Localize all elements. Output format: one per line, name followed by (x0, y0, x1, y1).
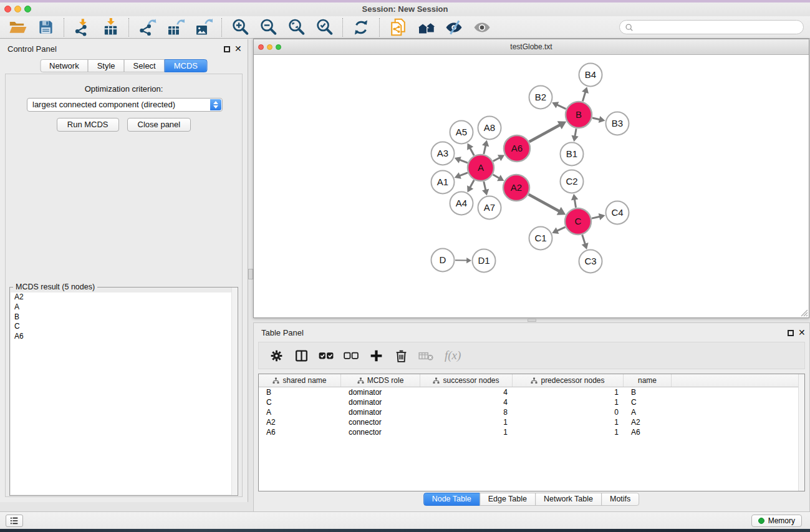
horizontal-splitter-grip[interactable] (528, 319, 536, 322)
save-session-button[interactable] (36, 17, 55, 37)
window-titlebar[interactable]: Session: New Session (0, 2, 810, 16)
zoom-in-button[interactable] (230, 17, 250, 37)
tab-mcds[interactable]: MCDS (165, 59, 207, 72)
table-cell[interactable]: 4 (420, 397, 513, 407)
column-header-MCDS-role[interactable]: MCDS role (341, 374, 420, 387)
table-cell[interactable]: A (624, 407, 672, 417)
table-cell[interactable]: 8 (420, 407, 513, 417)
open-session-button[interactable] (7, 17, 27, 37)
table-cell[interactable]: 1 (513, 417, 624, 427)
tab-edge-table[interactable]: Edge Table (480, 493, 536, 506)
memory-button[interactable]: Memory (751, 515, 802, 527)
mcds-result-item[interactable]: B (11, 312, 237, 322)
column-header-shared-name[interactable]: shared name (259, 374, 341, 387)
import-network-button[interactable] (72, 17, 92, 37)
mcds-result-item[interactable]: A (11, 302, 237, 312)
horizontal-splitter[interactable] (253, 318, 810, 322)
graph-edge-C-C3[interactable] (582, 235, 586, 244)
delete-table-button[interactable] (417, 347, 435, 364)
mcds-result-item[interactable]: A6 (11, 332, 237, 342)
column-header-predecessor-nodes[interactable]: predecessor nodes (513, 374, 624, 387)
mcds-list-scrollbar[interactable] (231, 288, 238, 495)
resize-grip-icon[interactable] (798, 307, 808, 317)
zoom-window-button[interactable] (24, 6, 31, 12)
table-cell[interactable]: 1 (420, 427, 513, 437)
select-all-button[interactable] (317, 347, 335, 364)
float-panel-button[interactable] (224, 46, 230, 52)
table-scrollbar[interactable] (798, 374, 804, 491)
zoom-out-button[interactable] (258, 17, 278, 37)
table-row[interactable]: Cdominator41C (259, 397, 804, 407)
table-cell[interactable]: C (259, 397, 341, 407)
show-columns-button[interactable] (292, 347, 310, 364)
table-row[interactable]: A6connector11A6 (259, 427, 804, 437)
graph-edge-B-B3[interactable] (592, 118, 600, 120)
tab-network-table[interactable]: Network Table (535, 493, 602, 506)
tab-motifs[interactable]: Motifs (601, 493, 639, 506)
zoom-selected-button[interactable] (314, 17, 334, 37)
network-window-titlebar[interactable]: testGlobe.txt (254, 39, 809, 55)
graph-edge-A-A8[interactable] (484, 145, 486, 154)
mcds-result-item[interactable]: C (11, 322, 237, 332)
graph-edge-C-C4[interactable] (592, 216, 600, 218)
table-cell[interactable]: dominator (341, 387, 420, 397)
tab-network[interactable]: Network (40, 59, 89, 72)
column-header-name[interactable]: name (624, 374, 672, 387)
graph-edge-A2-C[interactable] (529, 195, 559, 211)
graph-edge-C-C1[interactable] (557, 227, 565, 231)
graph-edge-A-A1[interactable] (460, 173, 468, 176)
create-column-button[interactable] (367, 347, 385, 364)
run-mcds-button[interactable]: Run MCDS (57, 118, 119, 132)
hide-graphics-details-button[interactable] (444, 17, 464, 37)
mcds-result-item[interactable]: A2 (11, 293, 237, 302)
graph-edge-A-A7[interactable] (484, 181, 486, 190)
table-row[interactable]: Adominator80A (259, 407, 804, 417)
close-panel-button-2[interactable]: Close panel (127, 118, 191, 132)
table-cell[interactable]: B (259, 387, 341, 397)
zoom-fit-button[interactable] (286, 17, 306, 37)
minimize-window-button[interactable] (14, 6, 21, 12)
table-cell[interactable]: B (624, 387, 672, 397)
table-cell[interactable]: C (624, 397, 672, 407)
equation-builder-button[interactable]: f(x) (442, 349, 461, 362)
graph-edge-B-B1[interactable] (575, 128, 576, 137)
column-header-successor-nodes[interactable]: successor nodes (420, 374, 513, 387)
graph-edge-B-B4[interactable] (582, 92, 585, 102)
graph-edge-A6-B[interactable] (529, 125, 560, 142)
float-table-panel-button[interactable] (788, 330, 794, 336)
network-zoom-button[interactable] (276, 44, 281, 50)
table-settings-button[interactable] (268, 347, 285, 364)
dropdown-stepper[interactable] (210, 99, 221, 110)
table-cell[interactable]: connector (341, 417, 420, 427)
export-network-button[interactable] (137, 17, 157, 37)
graph-edge-A-A6[interactable] (493, 158, 500, 162)
table-cell[interactable]: 1 (513, 427, 624, 437)
network-canvas[interactable]: B4B2BB3A5A8A6B1A3AC2A1A2A4A7C4CC1C3DD1 (254, 55, 809, 317)
search-input[interactable] (637, 23, 798, 32)
table-cell[interactable]: A2 (259, 417, 341, 427)
graph-edge-A-A3[interactable] (460, 160, 468, 163)
table-row[interactable]: A2connector11A2 (259, 417, 804, 427)
table-cell[interactable]: A6 (624, 427, 672, 437)
graph-edge-A-A4[interactable] (470, 180, 475, 188)
criterion-dropdown[interactable]: largest connected component (directed) (27, 98, 223, 112)
tab-node-table[interactable]: Node Table (423, 493, 480, 506)
table-cell[interactable]: dominator (341, 407, 420, 417)
close-panel-button[interactable]: ✕ (234, 44, 242, 54)
graph-edge-B-B2[interactable] (557, 105, 566, 109)
table-cell[interactable]: A (259, 407, 341, 417)
table-row[interactable]: Bdominator41B (259, 387, 804, 397)
show-panels-button[interactable] (6, 515, 23, 527)
export-table-button[interactable] (165, 17, 185, 37)
table-cell[interactable]: 1 (420, 417, 513, 427)
graph-edge-A-A5[interactable] (470, 148, 475, 155)
graph-edge-C-C2[interactable] (574, 199, 576, 207)
vertical-splitter-grip[interactable] (248, 269, 253, 279)
duplicate-network-button[interactable] (388, 17, 408, 37)
table-cell[interactable]: A2 (624, 417, 672, 427)
show-graphics-details-button[interactable] (472, 17, 492, 37)
first-neighbors-button[interactable] (416, 17, 436, 37)
table-cell[interactable]: A6 (259, 427, 341, 437)
import-table-button[interactable] (100, 17, 120, 37)
close-table-panel-button[interactable]: ✕ (798, 327, 806, 337)
